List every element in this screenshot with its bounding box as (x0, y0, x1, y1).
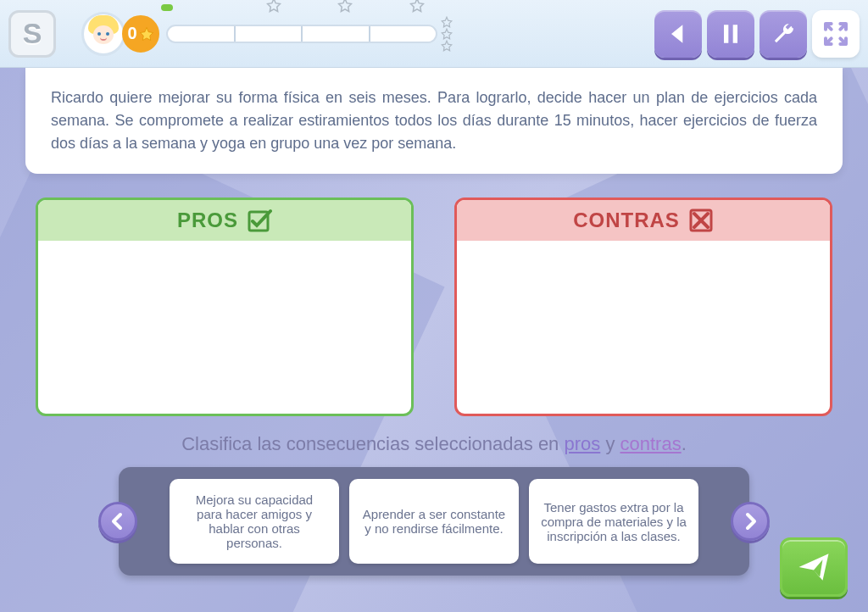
draggable-card[interactable]: Mejora su capacidad para hacer amigos y … (170, 479, 339, 564)
progress-bar (166, 25, 437, 43)
paper-plane-icon (796, 549, 832, 585)
pause-button[interactable] (707, 10, 754, 58)
pros-header: PROS (38, 200, 411, 241)
pros-drop-zone[interactable]: PROS (36, 198, 414, 416)
cons-header: CONTRAS (457, 200, 830, 241)
fullscreen-icon (822, 20, 849, 47)
drop-zones: PROS CONTRAS (36, 198, 832, 416)
instruction-text: Clasifica las consecuencias seleccionada… (0, 433, 868, 455)
chevron-right-icon (740, 511, 760, 531)
app-logo[interactable]: S (8, 10, 56, 58)
scenario-card: Ricardo quiere mejorar su forma física e… (25, 68, 843, 174)
star-icon (139, 26, 154, 42)
draggable-card[interactable]: Tener gastos extra por la compra de mate… (529, 479, 698, 564)
progress-top-stars (166, 0, 453, 13)
submit-button[interactable] (780, 537, 848, 597)
draggable-card[interactable]: Aprender a ser constante y no rendirse f… (349, 479, 519, 564)
arrow-left-icon (665, 20, 692, 47)
top-bar: S 0 (0, 0, 868, 68)
prev-card-button[interactable] (98, 502, 137, 541)
score-value: 0 (127, 24, 136, 43)
pause-icon (717, 20, 744, 47)
scenario-text: Ricardo quiere mejorar su forma física e… (51, 86, 817, 155)
check-icon (247, 208, 272, 233)
progress-side-stars (441, 16, 453, 52)
avatar[interactable] (81, 12, 125, 56)
chevron-left-icon (108, 511, 128, 531)
profile-area: 0 (81, 12, 453, 56)
next-card-button[interactable] (731, 502, 770, 541)
fullscreen-button[interactable] (812, 10, 860, 58)
cons-label: CONTRAS (573, 209, 680, 232)
pros-word: pros (564, 433, 600, 454)
score-badge: 0 (122, 15, 159, 53)
progress-area (166, 16, 453, 52)
wrench-icon (770, 20, 797, 47)
cons-word: contras (620, 433, 682, 454)
cross-icon (688, 208, 714, 233)
cons-drop-zone[interactable]: CONTRAS (454, 198, 832, 416)
back-button[interactable] (654, 10, 702, 58)
pros-label: PROS (177, 209, 238, 232)
cards-panel: Mejora su capacidad para hacer amigos y … (119, 467, 749, 576)
settings-button[interactable] (760, 10, 807, 58)
